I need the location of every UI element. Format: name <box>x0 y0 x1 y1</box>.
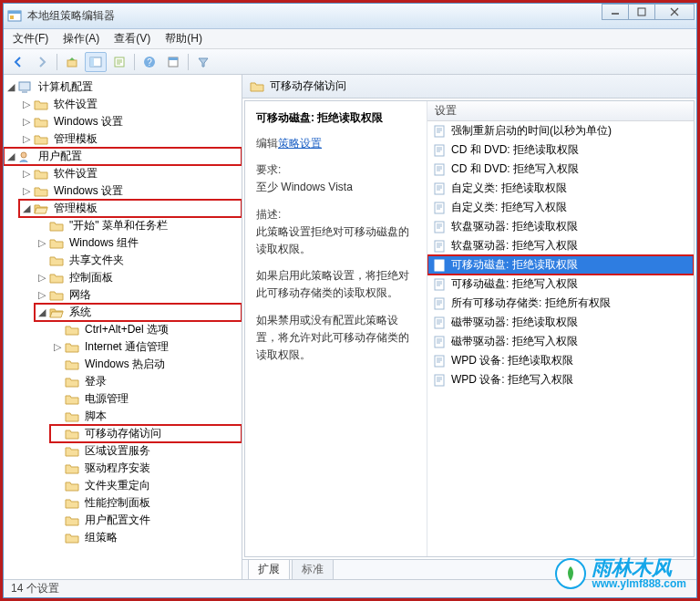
menu-file[interactable]: 文件(F) <box>13 31 48 47</box>
tree-item[interactable]: ▷脚本 <box>50 408 242 425</box>
menubar: 文件(F) 操作(A) 查看(V) 帮助(H) <box>4 29 696 49</box>
user-icon <box>18 150 33 163</box>
svg-rect-26 <box>435 279 444 290</box>
toolbar-divider <box>188 54 189 70</box>
folder-icon <box>65 358 79 371</box>
tree-item[interactable]: ▷区域设置服务 <box>50 442 242 460</box>
folder-icon <box>250 80 264 93</box>
help-button[interactable]: ? <box>139 52 160 72</box>
tree-admin-templates[interactable]: ◢管理模板 <box>19 200 242 217</box>
list-item[interactable]: 可移动磁盘: 拒绝读取权限 <box>427 255 694 275</box>
menu-action[interactable]: 操作(A) <box>63 31 99 47</box>
tab-extended[interactable]: 扩展 <box>248 559 290 579</box>
close-button[interactable] <box>654 4 695 20</box>
folder-icon <box>49 237 64 250</box>
menu-view[interactable]: 查看(V) <box>114 31 150 47</box>
filter-button[interactable] <box>192 52 214 72</box>
policy-icon <box>433 259 446 272</box>
maximize-button[interactable] <box>628 4 655 20</box>
tree-item[interactable]: ▷Windows 设置 <box>19 113 242 130</box>
tree-item[interactable]: ▷共享文件夹 <box>35 252 242 269</box>
watermark-logo-icon <box>555 558 586 589</box>
policy-icon <box>433 278 446 291</box>
tree-item[interactable]: ▷Windows 设置 <box>19 182 242 200</box>
svg-rect-19 <box>435 145 444 156</box>
edit-policy-link[interactable]: 策略设置 <box>278 137 322 150</box>
tree-item[interactable]: ▷驱动程序安装 <box>50 460 242 477</box>
tree-item[interactable]: ▷性能控制面板 <box>50 494 242 512</box>
list-item[interactable]: 磁带驱动器: 拒绝写入权限 <box>427 332 694 351</box>
up-button[interactable] <box>61 52 83 72</box>
selected-policy-title: 可移动磁盘: 拒绝读取权限 <box>256 110 416 126</box>
svg-point-17 <box>21 152 26 158</box>
list-item[interactable]: WPD 设备: 拒绝读取权限 <box>427 351 694 370</box>
properties-button[interactable] <box>162 52 184 72</box>
list-column-header[interactable]: 设置 <box>427 101 694 121</box>
svg-rect-16 <box>22 91 27 93</box>
folder-icon <box>34 98 48 111</box>
status-count: 14 个设置 <box>11 581 59 596</box>
tree-item[interactable]: ▷软件设置 <box>19 96 242 113</box>
svg-rect-2 <box>10 16 14 19</box>
tree-item[interactable]: ▷Windows 组件 <box>35 234 242 252</box>
svg-rect-22 <box>435 202 444 213</box>
export-button[interactable] <box>108 52 130 72</box>
tree-item[interactable]: ▷Internet 通信管理 <box>50 338 242 356</box>
tree-item[interactable]: ▷软件设置 <box>19 165 242 182</box>
list-item-label: 可移动磁盘: 拒绝写入权限 <box>451 276 578 292</box>
content-header: 可移动存储访问 <box>242 75 696 98</box>
svg-rect-24 <box>435 241 444 252</box>
list-item[interactable]: 强制重新启动的时间(以秒为单位) <box>427 121 694 140</box>
back-button[interactable] <box>7 52 29 72</box>
description-panel: 可移动磁盘: 拒绝读取权限 编辑策略设置 要求:至少 Windows Vista… <box>245 101 427 556</box>
list-item-label: WPD 设备: 拒绝读取权限 <box>451 353 573 368</box>
list-item-label: CD 和 DVD: 拒绝读取权限 <box>451 142 579 158</box>
list-item[interactable]: 自定义类: 拒绝写入权限 <box>427 198 694 217</box>
policy-list[interactable]: 设置 强制重新启动的时间(以秒为单位)CD 和 DVD: 拒绝读取权限CD 和 … <box>427 101 694 556</box>
tree-user-config[interactable]: ◢ 用户配置 <box>4 148 242 165</box>
list-item-label: 软盘驱动器: 拒绝读取权限 <box>451 219 578 234</box>
tree-item[interactable]: ▷文件夹重定向 <box>50 477 242 494</box>
tree-item[interactable]: ▷管理模板 <box>19 130 242 148</box>
list-item[interactable]: 磁带驱动器: 拒绝读取权限 <box>427 313 694 332</box>
list-item[interactable]: 自定义类: 拒绝读取权限 <box>427 179 694 198</box>
list-item[interactable]: 软盘驱动器: 拒绝写入权限 <box>427 236 694 255</box>
tree-item[interactable]: ▷电源管理 <box>50 390 242 408</box>
tree-item[interactable]: ▷组策略 <box>50 529 242 546</box>
list-item[interactable]: CD 和 DVD: 拒绝读取权限 <box>427 140 694 160</box>
list-item[interactable]: 软盘驱动器: 拒绝读取权限 <box>427 217 694 236</box>
list-item[interactable]: CD 和 DVD: 拒绝写入权限 <box>427 160 694 179</box>
tree-pane[interactable]: ◢ 计算机配置 ▷软件设置 ▷Windows 设置 ▷管理模板 ◢ 用户配置 <box>4 75 242 579</box>
folder-icon <box>65 376 79 389</box>
tree-removable-storage[interactable]: ▷可移动存储访问 <box>50 425 242 442</box>
svg-rect-4 <box>638 8 645 16</box>
tree-item[interactable]: ▷Windows 热启动 <box>50 356 242 373</box>
tree-item[interactable]: ▷登录 <box>50 373 242 390</box>
app-icon <box>7 9 22 24</box>
minimize-button[interactable] <box>602 4 629 20</box>
menu-help[interactable]: 帮助(H) <box>165 31 202 47</box>
forward-button[interactable] <box>31 52 53 72</box>
policy-icon <box>433 297 446 310</box>
svg-rect-7 <box>67 60 77 67</box>
tab-standard[interactable]: 标准 <box>292 559 334 579</box>
list-item[interactable]: WPD 设备: 拒绝写入权限 <box>427 370 694 389</box>
tree-item[interactable]: ▷网络 <box>35 286 242 304</box>
list-item[interactable]: 可移动磁盘: 拒绝写入权限 <box>427 275 694 294</box>
folder-icon <box>65 532 79 544</box>
policy-icon <box>433 355 446 368</box>
tree-computer-config[interactable]: ◢ 计算机配置 <box>4 78 242 96</box>
list-item[interactable]: 所有可移动存储类: 拒绝所有权限 <box>427 294 694 313</box>
policy-icon <box>433 182 446 195</box>
tree-item[interactable]: ▷"开始" 菜单和任务栏 <box>35 217 242 234</box>
policy-icon <box>433 374 446 387</box>
list-item-label: 强制重新启动的时间(以秒为单位) <box>451 123 612 139</box>
tree-item[interactable]: ▷Ctrl+Alt+Del 选项 <box>50 321 242 338</box>
tree-item[interactable]: ▷用户配置文件 <box>50 512 242 529</box>
svg-rect-1 <box>8 11 21 14</box>
show-tree-button[interactable] <box>85 52 107 72</box>
list-item-label: 磁带驱动器: 拒绝读取权限 <box>451 315 578 330</box>
window-title: 本地组策略编辑器 <box>27 8 115 24</box>
tree-item[interactable]: ▷控制面板 <box>35 269 242 286</box>
tree-system[interactable]: ◢系统 <box>35 304 242 321</box>
